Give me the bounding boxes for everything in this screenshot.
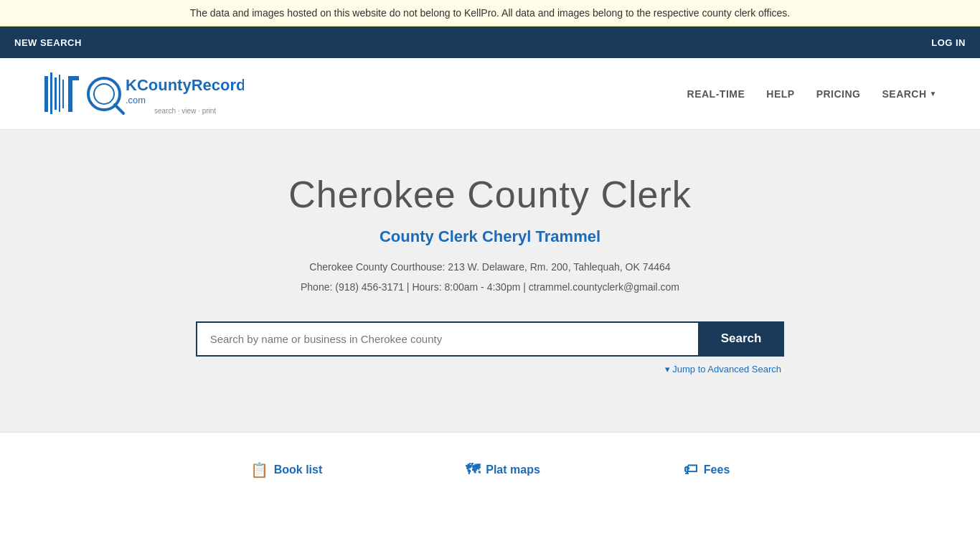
- new-search-link[interactable]: NEW SEARCH: [14, 37, 82, 48]
- svg-text:KCountyRecords: KCountyRecords: [126, 76, 244, 94]
- svg-point-6: [94, 84, 114, 104]
- nav-pricing[interactable]: PRICING: [816, 88, 861, 100]
- book-list-label: Book list: [274, 463, 323, 476]
- footer-links: 📋 Book list 🗺 Plat maps 🏷 Fees: [0, 432, 980, 507]
- svg-rect-1: [50, 72, 52, 114]
- log-in-link[interactable]: LOG IN: [931, 37, 966, 48]
- clerk-name: County Clerk Cheryl Trammel: [14, 227, 966, 246]
- search-button[interactable]: Search: [698, 321, 785, 357]
- fees-label: Fees: [704, 463, 730, 476]
- chevron-down-icon: ▼: [930, 90, 937, 98]
- svg-text:.com: .com: [126, 95, 146, 105]
- svg-rect-2: [55, 77, 57, 110]
- site-header: KCountyRecords .com search · view · prin…: [0, 58, 980, 130]
- svg-rect-4: [62, 80, 64, 108]
- fees-icon: 🏷: [684, 461, 698, 478]
- nav-search-label: SEARCH: [882, 88, 926, 100]
- book-list-icon: 📋: [250, 461, 268, 479]
- plat-maps-link[interactable]: 🗺 Plat maps: [466, 461, 540, 478]
- nav-realtime[interactable]: REAL-TIME: [687, 88, 745, 100]
- book-list-link[interactable]: 📋 Book list: [250, 461, 323, 479]
- svg-line-7: [115, 105, 123, 113]
- main-content: Cherokee County Clerk County Clerk Chery…: [0, 130, 980, 432]
- logo-icon: KCountyRecords .com search · view · prin…: [43, 69, 244, 119]
- courthouse-line1: Cherokee County Courthouse: 213 W. Delaw…: [14, 259, 966, 275]
- nav-search-dropdown[interactable]: SEARCH ▼: [882, 88, 937, 100]
- nav-bar: NEW SEARCH LOG IN: [0, 27, 980, 58]
- nav-help[interactable]: HELP: [766, 88, 794, 100]
- county-title: Cherokee County Clerk: [14, 173, 966, 216]
- svg-rect-0: [44, 76, 48, 112]
- header-nav: REAL-TIME HELP PRICING SEARCH ▼: [687, 88, 937, 100]
- svg-rect-3: [59, 75, 60, 112]
- plat-maps-icon: 🗺: [466, 461, 480, 478]
- banner-text: The data and images hosted on this websi…: [190, 7, 790, 19]
- search-bar-container: Search: [14, 321, 966, 357]
- logo-area[interactable]: KCountyRecords .com search · view · prin…: [43, 69, 244, 119]
- svg-text:search · view · print: search · view · print: [154, 107, 216, 115]
- search-input[interactable]: [196, 321, 698, 357]
- plat-maps-label: Plat maps: [486, 463, 540, 476]
- advanced-search-container: ▾ Jump to Advanced Search: [199, 364, 781, 375]
- fees-link[interactable]: 🏷 Fees: [684, 461, 730, 478]
- info-banner: The data and images hosted on this websi…: [0, 0, 980, 27]
- advanced-search-link[interactable]: ▾ Jump to Advanced Search: [665, 364, 781, 375]
- courthouse-line2: Phone: (918) 456-3171 | Hours: 8:00am - …: [14, 279, 966, 295]
